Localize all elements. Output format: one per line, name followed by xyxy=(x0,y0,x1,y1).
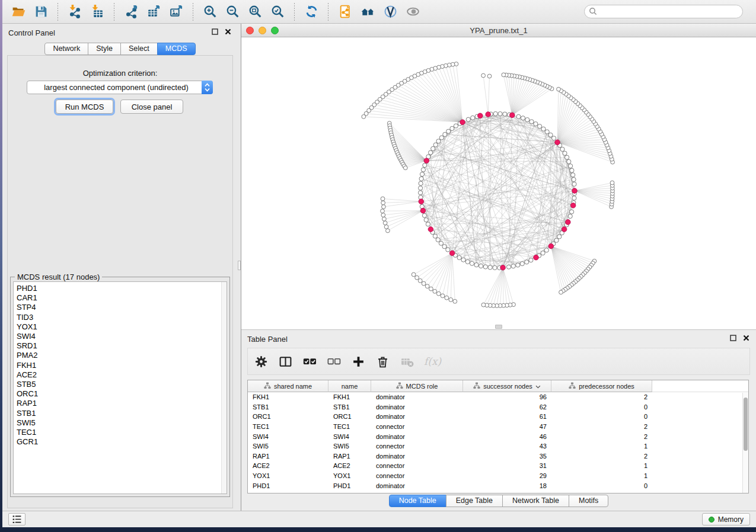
table-row[interactable]: PHD1PHD1dominator180 xyxy=(248,480,748,491)
vizmapper-button[interactable] xyxy=(380,3,400,21)
tab-select[interactable]: Select xyxy=(120,43,158,55)
tab-edge-table[interactable]: Edge Table xyxy=(446,495,503,507)
table-row[interactable]: FKH1FKH1dominator962 xyxy=(248,392,748,402)
search-input[interactable] xyxy=(584,5,743,18)
mcds-result-item[interactable]: PHD1 xyxy=(14,284,227,293)
save-session-button[interactable] xyxy=(31,3,51,21)
table-row[interactable]: ORC1ORC1dominator610 xyxy=(248,412,748,422)
control-panel-close-button[interactable] xyxy=(224,28,232,37)
table-scrollbar-thumb[interactable] xyxy=(744,398,748,451)
import-network-button[interactable] xyxy=(65,3,85,21)
network-canvas[interactable] xyxy=(241,37,756,329)
mcds-result-item[interactable]: YOX1 xyxy=(14,322,227,332)
tab-mcds[interactable]: MCDS xyxy=(157,43,196,55)
mcds-result-item[interactable]: TEC1 xyxy=(14,428,227,437)
mcds-result-item[interactable]: STP4 xyxy=(14,303,227,312)
table-cell: 35 xyxy=(463,453,551,460)
table-panel-close-button[interactable] xyxy=(742,334,750,344)
mcds-result-scrollbar[interactable] xyxy=(221,282,227,493)
tab-network[interactable]: Network xyxy=(44,43,88,55)
task-history-button[interactable] xyxy=(8,513,25,525)
delete-columns-button[interactable] xyxy=(375,354,390,369)
column-settings-button[interactable] xyxy=(254,354,268,369)
vertical-split-grip[interactable] xyxy=(238,261,241,270)
table-cell: ORC1 xyxy=(248,413,328,420)
network-graph[interactable] xyxy=(241,37,755,329)
export-network-icon xyxy=(124,4,139,19)
memory-button[interactable]: Memory xyxy=(702,513,750,525)
tab-network-table[interactable]: Network Table xyxy=(502,495,569,507)
table-panel-float-button[interactable] xyxy=(729,334,737,344)
export-network-button[interactable] xyxy=(121,3,141,21)
mcds-result-item[interactable]: CAR1 xyxy=(14,293,227,303)
table-row[interactable]: RAP1RAP1dominator352 xyxy=(248,451,748,462)
mcds-result-item[interactable]: GCR1 xyxy=(14,437,227,447)
mcds-result-item[interactable]: TID3 xyxy=(14,313,227,322)
mcds-result-item[interactable]: STB5 xyxy=(14,380,227,389)
horizontal-split-grip[interactable] xyxy=(495,325,502,329)
tab-node-table[interactable]: Node Table xyxy=(389,495,446,507)
column-header-successor-nodes[interactable]: successor nodes xyxy=(463,380,551,392)
table-row[interactable]: ACE2ACE2connector311 xyxy=(248,461,748,471)
zoom-selected-button[interactable] xyxy=(267,3,288,21)
zoom-out-button[interactable] xyxy=(222,3,243,21)
deselect-all-rows-button[interactable] xyxy=(327,354,341,369)
mcds-result-item[interactable]: ACE2 xyxy=(14,370,227,380)
table-cell: PHD1 xyxy=(328,482,371,489)
hide-graphics-details-button[interactable] xyxy=(403,3,423,21)
toggle-panel-layout-button[interactable] xyxy=(278,354,292,369)
select-all-rows-button[interactable] xyxy=(302,354,317,369)
table-row[interactable]: SWI5SWI5connector431 xyxy=(248,441,748,451)
table-cell: ACE2 xyxy=(248,462,328,469)
table-panel: Table Panel f(x) shared namenameMCDS rol… xyxy=(241,329,756,511)
mcds-result-item[interactable]: SWI5 xyxy=(14,418,227,428)
mcds-result-item[interactable]: SRD1 xyxy=(14,341,227,351)
create-network-view-button[interactable] xyxy=(335,3,355,21)
table-cell: STB1 xyxy=(328,403,371,411)
table-scrollbar[interactable] xyxy=(742,393,748,493)
column-header-shared-name[interactable]: shared name xyxy=(248,380,328,392)
table-row[interactable]: YOX1YOX1connector291 xyxy=(248,471,748,481)
zoom-in-button[interactable] xyxy=(200,3,220,21)
create-column-button[interactable] xyxy=(351,354,365,369)
zoom-fit-button[interactable] xyxy=(245,3,265,21)
table-cell: dominator xyxy=(371,453,463,460)
mcds-result-item[interactable]: FKH1 xyxy=(14,361,227,370)
export-image-button[interactable] xyxy=(166,3,186,21)
run-mcds-button[interactable]: Run MCDS xyxy=(56,100,113,114)
mcds-result-item[interactable]: RAP1 xyxy=(14,399,227,408)
table-cell: 47 xyxy=(463,423,551,430)
mcds-result-item[interactable]: ORC1 xyxy=(14,389,227,399)
column-header-name[interactable]: name xyxy=(328,380,371,392)
column-label: MCDS role xyxy=(406,383,438,390)
table-row[interactable]: TEC1TEC1connector472 xyxy=(248,422,748,432)
table-cell: ORC1 xyxy=(328,413,371,420)
open-session-button[interactable] xyxy=(8,3,28,21)
mcds-result-list[interactable]: PHD1CAR1STP4TID3YOX1SWI4SRD1PMA2FKH1ACE2… xyxy=(13,281,227,494)
import-table-button[interactable] xyxy=(87,3,107,21)
table-toolbar: f(x) xyxy=(247,348,750,375)
export-table-button[interactable] xyxy=(143,3,164,21)
column-header-MCDS-role[interactable]: MCDS role xyxy=(371,380,463,392)
table-row[interactable]: SWI4SWI4dominator462 xyxy=(248,431,748,441)
table-cell: TEC1 xyxy=(328,423,371,430)
apply-layout-button[interactable] xyxy=(301,3,321,21)
table-row[interactable]: STB1STB1dominator620 xyxy=(248,402,748,412)
close-panel-button[interactable]: Close panel xyxy=(120,100,183,114)
control-panel-float-button[interactable] xyxy=(211,28,219,37)
mcds-result-title: MCDS result (17 nodes) xyxy=(15,273,102,281)
optimization-criterion-select[interactable]: largest connected component (undirected) xyxy=(27,81,213,94)
vizmapper-icon xyxy=(383,4,398,19)
tab-motifs[interactable]: Motifs xyxy=(569,495,608,507)
welcome-screen-button[interactable] xyxy=(358,3,378,21)
mcds-result-item[interactable]: PMA2 xyxy=(14,351,227,360)
table-header-row: shared namenameMCDS rolesuccessor nodesp… xyxy=(248,380,748,392)
tab-style[interactable]: Style xyxy=(88,43,121,55)
import-network-icon xyxy=(68,4,82,19)
table-cell: dominator xyxy=(371,403,463,411)
column-label: shared name xyxy=(274,383,312,390)
column-header-predecessor-nodes[interactable]: predecessor nodes xyxy=(551,380,652,392)
mcds-result-item[interactable]: SWI4 xyxy=(14,332,227,341)
mcds-result-item[interactable]: STB1 xyxy=(14,409,227,418)
optimization-criterion-value: largest connected component (undirected) xyxy=(27,83,202,92)
